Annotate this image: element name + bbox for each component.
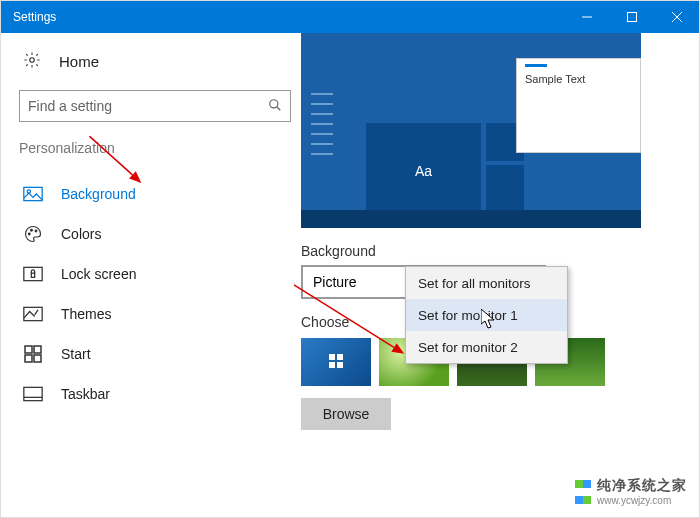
nav-label: Background [61, 186, 136, 202]
browse-button[interactable]: Browse [301, 398, 391, 430]
svg-rect-7 [24, 187, 42, 200]
menu-set-all-monitors[interactable]: Set for all monitors [406, 267, 567, 299]
svg-rect-13 [31, 273, 34, 277]
thumbnail-windows[interactable] [301, 338, 371, 386]
preview-tile: Aa [366, 123, 481, 218]
svg-point-11 [35, 230, 37, 232]
title-bar: Settings [1, 1, 699, 33]
watermark-text: 纯净系统之家 [597, 477, 687, 495]
lockscreen-icon [23, 266, 43, 282]
nav-label: Themes [61, 306, 112, 322]
preview-window: Sample Text [516, 58, 641, 153]
sidebar-item-colors[interactable]: Colors [19, 214, 291, 254]
sidebar: Home Find a setting Personalization Back… [1, 33, 301, 517]
svg-rect-1 [627, 13, 636, 22]
taskbar-icon [23, 386, 43, 402]
gear-icon [23, 51, 41, 72]
minimize-button[interactable] [564, 1, 609, 33]
maximize-button[interactable] [609, 1, 654, 33]
search-input[interactable]: Find a setting [19, 90, 291, 122]
sidebar-item-taskbar[interactable]: Taskbar [19, 374, 291, 414]
menu-set-monitor-2[interactable]: Set for monitor 2 [406, 331, 567, 363]
svg-rect-15 [25, 346, 32, 353]
sidebar-item-themes[interactable]: Themes [19, 294, 291, 334]
search-icon [268, 98, 282, 115]
svg-rect-16 [34, 346, 41, 353]
home-label: Home [59, 53, 99, 70]
picture-icon [23, 186, 43, 202]
svg-point-5 [270, 99, 278, 107]
themes-icon [23, 306, 43, 322]
svg-rect-19 [24, 387, 42, 400]
close-button[interactable] [654, 1, 699, 33]
desktop-preview: Aa Sample Text [301, 33, 641, 228]
sidebar-item-start[interactable]: Start [19, 334, 291, 374]
search-placeholder: Find a setting [28, 98, 268, 114]
svg-point-4 [30, 58, 35, 63]
svg-line-6 [277, 106, 281, 110]
svg-rect-18 [34, 355, 41, 362]
nav-label: Colors [61, 226, 101, 242]
dropdown-value: Picture [313, 274, 357, 290]
nav-label: Lock screen [61, 266, 136, 282]
window-title: Settings [13, 10, 564, 24]
palette-icon [23, 225, 43, 243]
start-icon [23, 345, 43, 363]
section-label: Personalization [19, 140, 291, 156]
mouse-cursor [481, 309, 497, 329]
sidebar-item-background[interactable]: Background [19, 174, 291, 214]
background-label: Background [301, 243, 681, 259]
nav-label: Taskbar [61, 386, 110, 402]
watermark-site: www.ycwjzy.com [597, 495, 687, 506]
svg-rect-17 [25, 355, 32, 362]
svg-point-9 [28, 233, 30, 235]
svg-point-10 [31, 229, 33, 231]
sidebar-item-lockscreen[interactable]: Lock screen [19, 254, 291, 294]
home-link[interactable]: Home [19, 51, 291, 72]
watermark: 纯净系统之家 www.ycwjzy.com [575, 475, 687, 507]
nav-label: Start [61, 346, 91, 362]
